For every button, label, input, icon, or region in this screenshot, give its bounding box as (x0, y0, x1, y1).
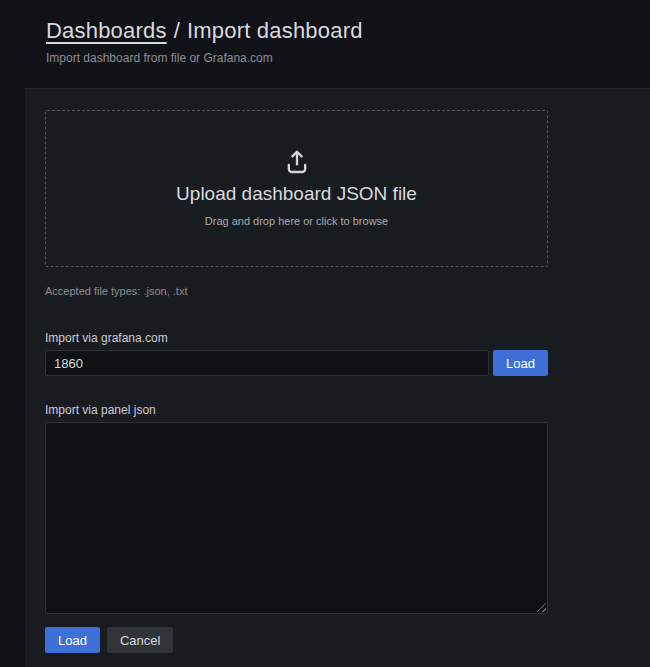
upload-dropzone[interactable]: Upload dashboard JSON file Drag and drop… (45, 110, 548, 267)
import-via-panel-json-section: Import via panel json (45, 403, 650, 614)
breadcrumb-dashboards-link[interactable]: Dashboards (46, 18, 167, 43)
page-header: Dashboards/Import dashboard Import dashb… (0, 0, 650, 66)
grafana-com-load-button[interactable]: Load (493, 350, 548, 376)
import-via-grafana-section: Import via grafana.com Load (45, 331, 650, 376)
breadcrumb-separator: / (174, 18, 180, 43)
form-actions: Load Cancel (45, 627, 650, 653)
import-panel: Upload dashboard JSON file Drag and drop… (25, 88, 650, 667)
grafana-com-input-row: Load (45, 350, 548, 376)
panel-json-textarea[interactable] (45, 422, 548, 614)
page-subtitle: Import dashboard from file or Grafana.co… (46, 50, 604, 66)
load-button[interactable]: Load (45, 627, 100, 653)
page-title: Import dashboard (187, 18, 363, 43)
accepted-file-types: Accepted file types: .json, .txt (45, 284, 650, 298)
grafana-com-url-input[interactable] (45, 350, 489, 376)
upload-title: Upload dashboard JSON file (176, 181, 417, 207)
cancel-button[interactable]: Cancel (107, 627, 173, 653)
upload-icon (283, 148, 311, 176)
upload-hint: Drag and drop here or click to browse (205, 214, 388, 229)
breadcrumb: Dashboards/Import dashboard (46, 17, 604, 44)
panel-json-textarea-wrap (45, 422, 548, 614)
grafana-com-label: Import via grafana.com (45, 331, 650, 346)
import-dashboard-page: Dashboards/Import dashboard Import dashb… (0, 0, 650, 667)
panel-json-label: Import via panel json (45, 403, 650, 418)
